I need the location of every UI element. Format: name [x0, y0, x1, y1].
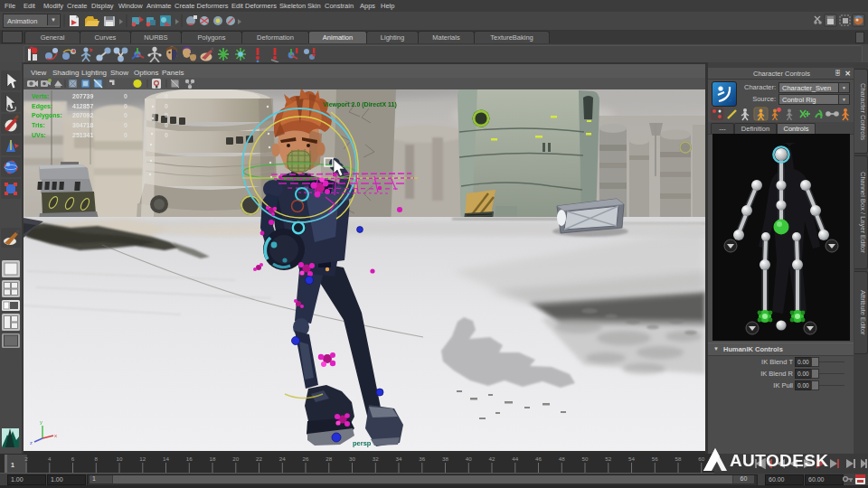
- svg-text:0: 0: [124, 122, 127, 128]
- svg-text:32: 32: [373, 455, 379, 462]
- svg-text:Edges:: Edges:: [32, 103, 52, 110]
- svg-text:8: 8: [95, 455, 99, 462]
- svg-text:38: 38: [442, 455, 448, 462]
- svg-text:36: 36: [419, 455, 425, 462]
- svg-text:x: x: [54, 433, 57, 438]
- svg-text:z: z: [30, 440, 33, 446]
- svg-text:251341: 251341: [72, 132, 93, 138]
- svg-text:44: 44: [512, 455, 518, 462]
- svg-text:12: 12: [139, 455, 146, 462]
- svg-text:0: 0: [165, 112, 168, 118]
- svg-text:52: 52: [605, 455, 611, 462]
- svg-text:24: 24: [279, 455, 286, 462]
- svg-text:1: 1: [11, 462, 14, 468]
- svg-text:26: 26: [303, 455, 309, 462]
- svg-text:Tris:: Tris:: [32, 122, 45, 128]
- svg-text:304718: 304718: [72, 122, 93, 128]
- svg-text:6: 6: [71, 455, 75, 462]
- svg-text:18: 18: [210, 455, 216, 462]
- svg-text:58: 58: [675, 455, 682, 462]
- svg-text:48: 48: [559, 455, 565, 462]
- svg-text:22: 22: [256, 455, 262, 462]
- svg-text:0: 0: [165, 93, 168, 99]
- svg-text:0: 0: [124, 132, 127, 138]
- svg-text:412857: 412857: [72, 103, 93, 109]
- svg-text:y: y: [40, 419, 42, 425]
- svg-text:0: 0: [124, 93, 127, 99]
- svg-text:46: 46: [535, 455, 542, 462]
- svg-text:0: 0: [165, 103, 168, 109]
- svg-text:14: 14: [163, 455, 169, 462]
- svg-text:Polygons:: Polygons:: [32, 112, 62, 119]
- svg-text:Verts:: Verts:: [32, 93, 49, 99]
- svg-text:0: 0: [165, 132, 168, 138]
- svg-text:0: 0: [124, 103, 127, 109]
- svg-text:30: 30: [349, 455, 355, 462]
- svg-text:Viewport 2.0 (DirectX 11): Viewport 2.0 (DirectX 11): [323, 101, 397, 108]
- svg-text:UVs:: UVs:: [32, 132, 46, 138]
- svg-text:207092: 207092: [72, 112, 93, 118]
- svg-text:0: 0: [124, 112, 127, 118]
- svg-text:persp: persp: [353, 439, 372, 447]
- svg-text:10: 10: [117, 455, 123, 462]
- svg-text:56: 56: [652, 455, 658, 462]
- svg-text:34: 34: [396, 455, 402, 462]
- svg-text:50: 50: [582, 455, 589, 462]
- svg-text:20: 20: [232, 455, 239, 462]
- svg-text:4: 4: [48, 455, 52, 462]
- svg-text:40: 40: [466, 455, 472, 462]
- svg-text:42: 42: [489, 455, 495, 462]
- svg-text:2: 2: [24, 455, 28, 462]
- svg-text:0: 0: [165, 122, 168, 128]
- svg-text:16: 16: [186, 455, 193, 462]
- svg-text:60: 60: [698, 455, 704, 462]
- svg-text:207739: 207739: [72, 93, 93, 99]
- svg-text:54: 54: [628, 455, 635, 462]
- svg-text:28: 28: [326, 455, 332, 462]
